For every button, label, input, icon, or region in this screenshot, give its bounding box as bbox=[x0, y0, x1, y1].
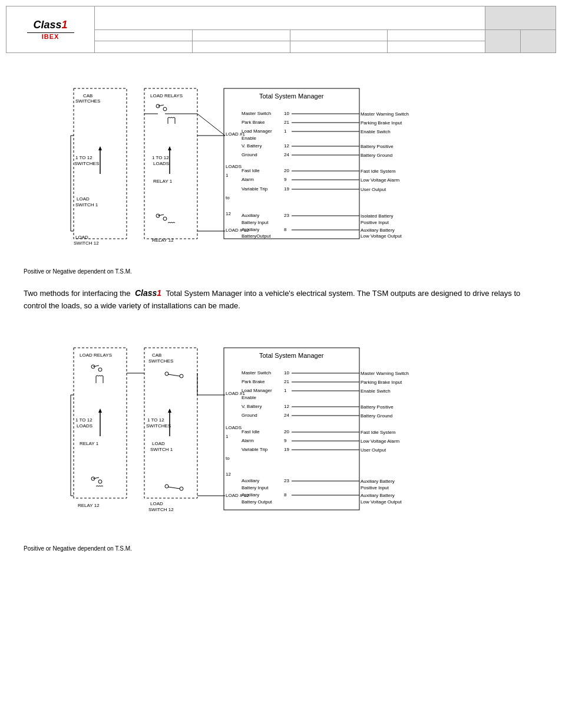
svg-text:1 TO 12: 1 TO 12 bbox=[152, 155, 169, 160]
description-paragraph: Two methods for interfacing the Class1 T… bbox=[24, 286, 538, 312]
svg-text:SWITCH 1: SWITCH 1 bbox=[150, 447, 173, 452]
svg-text:19: 19 bbox=[284, 186, 289, 192]
svg-text:Enable: Enable bbox=[242, 136, 256, 141]
svg-text:Load Manager: Load Manager bbox=[242, 388, 272, 393]
svg-text:RELAY 1: RELAY 1 bbox=[153, 179, 173, 184]
svg-text:Fast Idle: Fast Idle bbox=[242, 168, 260, 173]
page-header: Class1 IBEX bbox=[6, 6, 556, 53]
header-right bbox=[485, 6, 556, 52]
svg-text:Variable Trip: Variable Trip bbox=[242, 447, 268, 452]
diagram-1-section: CAB SWITCHES LOAD RELAYS Total System Ma… bbox=[12, 65, 550, 275]
svg-text:Park Brake: Park Brake bbox=[242, 120, 265, 125]
svg-text:Ground: Ground bbox=[242, 152, 257, 157]
svg-text:to: to bbox=[226, 195, 230, 200]
header-cell-3 bbox=[290, 30, 388, 41]
svg-text:LOAD: LOAD bbox=[152, 441, 165, 446]
svg-text:1: 1 bbox=[226, 434, 229, 439]
svg-marker-159 bbox=[168, 409, 171, 413]
svg-text:Fast Idle System: Fast Idle System bbox=[361, 169, 396, 174]
svg-text:1 TO 12: 1 TO 12 bbox=[75, 417, 92, 423]
svg-point-167 bbox=[180, 374, 183, 378]
svg-point-172 bbox=[98, 480, 102, 483]
svg-text:User Output: User Output bbox=[361, 447, 386, 453]
svg-text:Auxiliary Battery: Auxiliary Battery bbox=[361, 479, 395, 484]
svg-text:LOADS: LOADS bbox=[226, 425, 242, 430]
svg-text:Master Warning Switch: Master Warning Switch bbox=[361, 371, 409, 376]
svg-text:Battery Input: Battery Input bbox=[242, 485, 269, 490]
header-top-area bbox=[95, 6, 485, 30]
svg-text:Isolated Battery: Isolated Battery bbox=[361, 213, 394, 219]
svg-text:Park Brake: Park Brake bbox=[242, 379, 265, 384]
svg-text:1: 1 bbox=[284, 388, 287, 393]
svg-point-161 bbox=[98, 368, 102, 371]
svg-text:Enable: Enable bbox=[242, 395, 256, 400]
svg-text:User Output: User Output bbox=[361, 187, 386, 192]
svg-marker-71 bbox=[168, 146, 171, 150]
svg-text:Auxiliary: Auxiliary bbox=[242, 213, 259, 218]
header-row-1 bbox=[95, 30, 485, 42]
svg-text:10: 10 bbox=[284, 370, 289, 375]
svg-text:CAB: CAB bbox=[83, 93, 92, 98]
svg-text:Fast Idle System: Fast Idle System bbox=[361, 430, 396, 435]
pos-neg-note-1: Positive or Negative dependent on T.S.M. bbox=[24, 268, 550, 275]
diagram-2-svg: LOAD RELAYS CAB SWITCHES Total System Ma… bbox=[12, 324, 542, 542]
svg-text:Low Voltage Output: Low Voltage Output bbox=[361, 233, 402, 239]
svg-text:LOAD: LOAD bbox=[77, 196, 90, 202]
svg-point-73 bbox=[163, 107, 167, 111]
svg-text:Positive Input: Positive Input bbox=[361, 485, 389, 490]
svg-text:Battery Positive: Battery Positive bbox=[361, 404, 394, 410]
svg-text:Low Voltage Alarm: Low Voltage Alarm bbox=[361, 177, 400, 183]
ibex-logo: IBEX bbox=[42, 33, 59, 40]
svg-text:CAB: CAB bbox=[152, 353, 161, 358]
svg-text:Auxiliary Battery: Auxiliary Battery bbox=[361, 228, 395, 233]
svg-text:24: 24 bbox=[284, 413, 289, 418]
svg-text:19: 19 bbox=[284, 447, 289, 452]
header-rows bbox=[95, 30, 485, 53]
svg-text:9: 9 bbox=[284, 438, 287, 443]
svg-text:9: 9 bbox=[284, 177, 287, 182]
svg-text:Alarm: Alarm bbox=[242, 438, 254, 443]
svg-text:1: 1 bbox=[284, 129, 287, 134]
svg-text:Load Manager: Load Manager bbox=[242, 129, 272, 134]
svg-text:Low Voltage Alarm: Low Voltage Alarm bbox=[361, 439, 400, 444]
diagram-2-section: LOAD RELAYS CAB SWITCHES Total System Ma… bbox=[12, 324, 550, 552]
header-cell-7 bbox=[290, 41, 388, 52]
svg-point-175 bbox=[165, 485, 168, 488]
svg-text:Parking Brake Input: Parking Brake Input bbox=[361, 380, 402, 385]
svg-text:to: to bbox=[226, 456, 230, 461]
svg-text:23: 23 bbox=[284, 213, 289, 218]
class1-logo: Class1 bbox=[33, 19, 67, 31]
svg-text:LOADS: LOADS bbox=[153, 161, 169, 166]
pos-neg-note-2: Positive or Negative dependent on T.S.M. bbox=[24, 545, 550, 552]
svg-text:8: 8 bbox=[284, 227, 287, 232]
svg-text:12: 12 bbox=[284, 404, 289, 409]
svg-text:Battery Ground: Battery Ground bbox=[361, 413, 392, 419]
svg-text:21: 21 bbox=[284, 379, 289, 384]
svg-text:RELAY 1: RELAY 1 bbox=[80, 441, 99, 446]
svg-text:Alarm: Alarm bbox=[242, 177, 254, 182]
svg-text:Ground: Ground bbox=[242, 413, 257, 418]
svg-text:1 TO 12: 1 TO 12 bbox=[147, 417, 164, 423]
svg-text:Battery Positive: Battery Positive bbox=[361, 144, 394, 149]
svg-text:Auxiliary Battery: Auxiliary Battery bbox=[361, 493, 395, 498]
header-cell-4 bbox=[388, 30, 485, 41]
svg-text:12: 12 bbox=[226, 211, 231, 216]
header-cell-6 bbox=[193, 41, 290, 52]
svg-marker-67 bbox=[98, 146, 102, 150]
header-center bbox=[95, 6, 485, 52]
header-right-top bbox=[485, 6, 556, 30]
main-content: CAB SWITCHES LOAD RELAYS Total System Ma… bbox=[0, 59, 562, 569]
class1-inline-logo: Class1 bbox=[135, 286, 161, 299]
svg-text:10: 10 bbox=[284, 111, 289, 116]
svg-text:Auxiliary: Auxiliary bbox=[242, 492, 259, 498]
header-cell-1 bbox=[95, 30, 193, 41]
svg-text:Low Voltage Output: Low Voltage Output bbox=[361, 499, 402, 505]
svg-text:SWITCHES: SWITCHES bbox=[146, 423, 171, 429]
svg-text:LOAD RELAYS: LOAD RELAYS bbox=[80, 353, 112, 358]
header-cell-8 bbox=[388, 41, 485, 52]
company-logo: Class1 IBEX bbox=[6, 6, 95, 52]
svg-line-79 bbox=[197, 114, 225, 136]
svg-text:1: 1 bbox=[226, 173, 229, 178]
svg-line-162 bbox=[93, 365, 99, 367]
svg-point-82 bbox=[163, 217, 167, 220]
